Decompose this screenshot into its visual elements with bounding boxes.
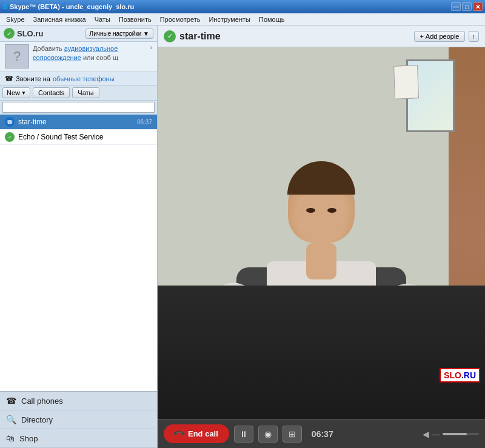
titlebar: S Skype™ (BETA) - uncle_eugeniy_slo.ru —… bbox=[0, 0, 485, 13]
status-text: Добавить аудиовизуальное сопровождение и… bbox=[33, 44, 118, 63]
call-controls: 📞 End call ⏸ ◉ ⊞ 06:37 ◀ — bbox=[158, 419, 485, 448]
grid-button[interactable]: ⊞ bbox=[283, 426, 302, 443]
contact-phone-icon: ☎ bbox=[5, 117, 15, 127]
contact-star-time[interactable]: ☎ star-time 06:37 bbox=[0, 115, 157, 130]
titlebar-title: S Skype™ (BETA) - uncle_eugeniy_slo.ru bbox=[2, 2, 134, 11]
menu-view[interactable]: Просмотреть bbox=[156, 15, 204, 24]
status-suffix: или сооб щ bbox=[81, 54, 118, 61]
maximize-button[interactable]: □ bbox=[462, 2, 472, 11]
camera-button[interactable]: ◉ bbox=[258, 426, 278, 443]
video-frame: SLO.RU bbox=[158, 47, 485, 419]
audiovisual-link[interactable]: аудиовизуальное bbox=[64, 45, 118, 52]
nav-directory[interactable]: 🔍 Directory bbox=[0, 410, 157, 429]
search-box bbox=[2, 102, 155, 113]
end-call-phone-icon: 📞 bbox=[173, 427, 186, 441]
grid-icon: ⊞ bbox=[289, 429, 296, 439]
menu-notebook[interactable]: Записная книжка bbox=[30, 15, 90, 24]
contact-skype-icon: ✓ bbox=[5, 132, 15, 142]
left-panel: ✓ SLO.ru Личные настройки ▼ ? Добавить а… bbox=[0, 25, 158, 448]
end-call-button[interactable]: 📞 End call bbox=[164, 424, 229, 443]
contact-echo[interactable]: ✓ Echo / Sound Test Service bbox=[0, 130, 157, 145]
menu-tools[interactable]: Инструменты bbox=[205, 15, 254, 24]
volume-bar[interactable] bbox=[443, 433, 479, 435]
status-prefix: Добавить bbox=[33, 45, 64, 52]
profile-status-icon: ✓ bbox=[4, 28, 15, 39]
add-people-button[interactable]: + Add people bbox=[414, 31, 464, 42]
volume-control: ◀ — bbox=[423, 429, 479, 439]
callee-name: star-time bbox=[179, 31, 221, 42]
call-phones-row: ☎ Звоните на обычные телефоны bbox=[0, 72, 157, 85]
shop-nav-label: Shop bbox=[19, 434, 38, 443]
volume-dash: — bbox=[432, 429, 440, 439]
phone-icon: ☎ bbox=[5, 75, 13, 82]
nav-call-phones[interactable]: ☎ Call phones bbox=[0, 392, 157, 410]
expand-button[interactable]: › bbox=[150, 44, 152, 51]
slo-text: SLO bbox=[444, 370, 461, 380]
personal-settings-button[interactable]: Личные настройки ▼ bbox=[85, 28, 153, 39]
share-icon: ↑ bbox=[472, 33, 476, 40]
slo-watermark: SLO.RU bbox=[440, 368, 480, 383]
pause-button[interactable]: ⏸ bbox=[234, 426, 253, 443]
close-button[interactable]: ✕ bbox=[473, 2, 483, 11]
add-people-icon: + bbox=[420, 33, 423, 40]
volume-fill bbox=[443, 433, 467, 435]
toolbar-row: New ▼ Contacts Чаты bbox=[0, 85, 157, 101]
menu-help[interactable]: Помощь bbox=[255, 15, 289, 24]
contacts-button[interactable]: Contacts bbox=[33, 87, 70, 98]
accompaniment-link[interactable]: сопровождение bbox=[33, 54, 81, 61]
call-timer: 06:37 bbox=[312, 429, 333, 439]
video-dark-strip bbox=[158, 286, 485, 419]
call-phones-nav-label: Call phones bbox=[21, 396, 63, 406]
volume-arrow-icon: ◀ bbox=[423, 429, 429, 439]
menu-chats[interactable]: Чаты bbox=[91, 15, 114, 24]
pause-icon: ⏸ bbox=[239, 429, 248, 439]
nav-shop[interactable]: 🛍 Shop bbox=[0, 429, 157, 448]
call-phones-link[interactable]: обычные телефоны bbox=[53, 75, 115, 82]
chats-button[interactable]: Чаты bbox=[72, 87, 99, 98]
menubar: Skype Записная книжка Чаты Позвонить Про… bbox=[0, 13, 485, 25]
search-input[interactable] bbox=[2, 102, 155, 113]
menu-skype[interactable]: Skype bbox=[2, 15, 28, 24]
end-call-label: End call bbox=[188, 429, 218, 438]
call-header: ✓ star-time + Add people ↑ bbox=[158, 25, 485, 47]
new-button[interactable]: New ▼ bbox=[2, 87, 30, 98]
contact-name: star-time bbox=[18, 118, 133, 126]
app-icon: S bbox=[2, 2, 7, 11]
shop-nav-icon: 🛍 bbox=[6, 433, 15, 443]
camera-icon: ◉ bbox=[264, 429, 272, 439]
minimize-button[interactable]: — bbox=[451, 2, 461, 11]
avatar: ? bbox=[5, 44, 29, 69]
titlebar-text: Skype™ (BETA) - uncle_eugeniy_slo.ru bbox=[10, 3, 134, 10]
ru-text: RU bbox=[464, 370, 476, 380]
main-container: ✓ SLO.ru Личные настройки ▼ ? Добавить а… bbox=[0, 25, 485, 448]
bottom-nav: ☎ Call phones 🔍 Directory 🛍 Shop bbox=[0, 391, 157, 448]
add-people-label: Add people bbox=[426, 33, 460, 40]
menu-call[interactable]: Позвонить bbox=[115, 15, 155, 24]
share-button[interactable]: ↑ bbox=[469, 31, 480, 42]
titlebar-controls: — □ ✕ bbox=[451, 2, 483, 11]
contact-name-echo: Echo / Sound Test Service bbox=[18, 133, 149, 141]
profile-header: ✓ SLO.ru Личные настройки ▼ bbox=[0, 25, 157, 42]
contacts-list: ☎ star-time 06:37 ✓ Echo / Sound Test Se… bbox=[0, 115, 157, 391]
callee-status-icon: ✓ bbox=[164, 30, 176, 42]
call-phones-nav-icon: ☎ bbox=[6, 396, 16, 406]
video-area: SLO.RU bbox=[158, 47, 485, 419]
profile-name: SLO.ru bbox=[17, 29, 43, 38]
right-panel: ✓ star-time + Add people ↑ bbox=[158, 25, 485, 448]
directory-nav-icon: 🔍 bbox=[6, 415, 16, 424]
contact-time: 06:37 bbox=[137, 119, 152, 125]
status-area: ? Добавить аудиовизуальное сопровождение… bbox=[0, 42, 157, 72]
directory-nav-label: Directory bbox=[21, 415, 53, 424]
call-phones-prefix: Звоните на bbox=[16, 75, 50, 82]
